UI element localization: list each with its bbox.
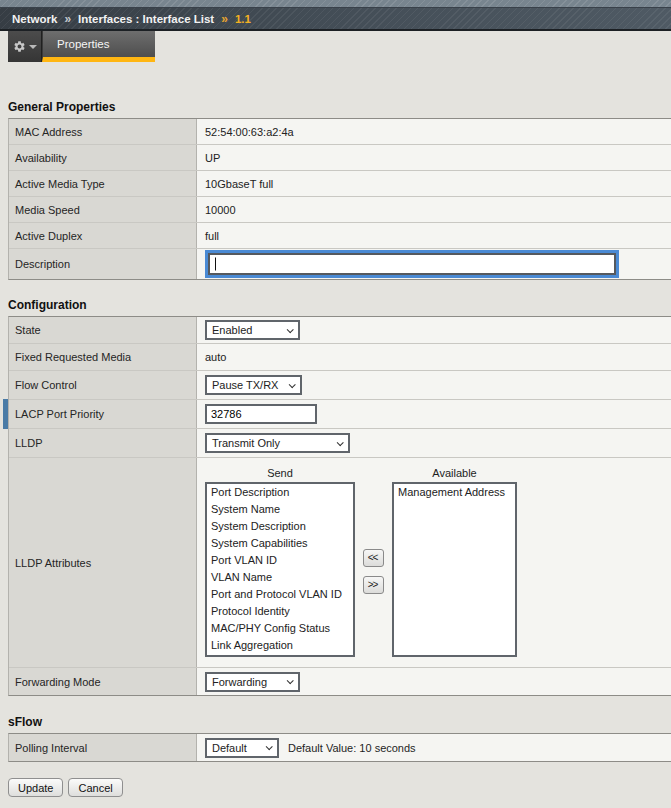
- flow-control-selected-value: Pause TX/RX: [212, 379, 278, 391]
- row-label: MAC Address: [9, 119, 197, 144]
- breadcrumb-current: 1.1: [235, 13, 251, 25]
- list-item[interactable]: MAC/PHY Config Status: [207, 620, 353, 637]
- configuration-table: State Enabled Fixed Requested Media auto…: [8, 316, 671, 696]
- row-label: Description: [9, 249, 197, 279]
- polling-interval-selected-value: Default: [212, 742, 247, 754]
- table-row: Forwarding Mode Forwarding: [9, 668, 671, 695]
- sflow-table: Polling Interval Default Default Value: …: [8, 733, 671, 762]
- media-speed-value: 10000: [197, 197, 671, 222]
- cancel-button[interactable]: Cancel: [68, 778, 122, 797]
- available-column: Available Management Address: [392, 467, 517, 657]
- row-label: Flow Control: [9, 371, 197, 399]
- table-row: Description: [9, 249, 671, 279]
- flow-control-select[interactable]: Pause TX/RX: [205, 375, 302, 395]
- row-label: LLDP Attributes: [9, 458, 197, 667]
- chevron-down-icon: [337, 439, 344, 446]
- chevron-down-icon: [266, 743, 273, 750]
- move-buttons: << >>: [363, 549, 384, 594]
- availability-value: UP: [197, 145, 671, 170]
- list-item[interactable]: System Name: [207, 501, 353, 518]
- polling-interval-note: Default Value: 10 seconds: [288, 742, 416, 754]
- lacp-port-priority-input[interactable]: [205, 404, 317, 424]
- send-listbox[interactable]: Port Description System Name System Desc…: [205, 482, 355, 657]
- text-caret: [215, 258, 216, 271]
- breadcrumb: Network » Interfaces : Interface List » …: [0, 8, 671, 31]
- description-cell: [197, 249, 671, 279]
- table-row: Availability UP: [9, 145, 671, 171]
- table-row: Active Duplex full: [9, 223, 671, 249]
- lldp-attributes-cell: Send Port Description System Name System…: [197, 458, 671, 667]
- table-row: MAC Address 52:54:00:63:a2:4a: [9, 119, 671, 145]
- list-item[interactable]: Protocol Identity: [207, 603, 353, 620]
- list-item[interactable]: Link Aggregation: [207, 637, 353, 654]
- row-label: Media Speed: [9, 197, 197, 222]
- breadcrumb-separator-icon: »: [64, 12, 71, 26]
- list-item[interactable]: Port and Protocol VLAN ID: [207, 586, 353, 603]
- available-listbox[interactable]: Management Address: [392, 482, 517, 657]
- list-item[interactable]: Port Description: [207, 484, 353, 501]
- top-stripe-band: [0, 0, 671, 8]
- move-to-send-button[interactable]: <<: [363, 549, 384, 567]
- tab-bar: Properties: [0, 31, 671, 62]
- active-duplex-value: full: [197, 223, 671, 248]
- send-column-header: Send: [205, 467, 355, 482]
- section-title-general-properties: General Properties: [8, 100, 671, 114]
- mac-address-value: 52:54:00:63:a2:4a: [197, 119, 671, 144]
- dual-listbox: Send Port Description System Name System…: [205, 458, 517, 667]
- gear-icon: [13, 40, 26, 53]
- forwarding-mode-select[interactable]: Forwarding: [205, 672, 300, 692]
- page-content: General Properties MAC Address 52:54:00:…: [0, 62, 671, 797]
- row-label: LACP Port Priority: [9, 400, 197, 428]
- settings-menu-button[interactable]: [8, 31, 42, 62]
- table-row: Polling Interval Default Default Value: …: [9, 734, 671, 761]
- section-title-sflow: sFlow: [8, 715, 671, 729]
- row-label: Active Media Type: [9, 171, 197, 196]
- breadcrumb-path[interactable]: Interfaces : Interface List: [78, 13, 214, 25]
- forwarding-mode-cell: Forwarding: [197, 668, 671, 695]
- table-row: LLDP Transmit Only: [9, 429, 671, 458]
- table-row: Media Speed 10000: [9, 197, 671, 223]
- list-item[interactable]: Port VLAN ID: [207, 552, 353, 569]
- table-row-modified: LACP Port Priority: [9, 400, 671, 429]
- chevron-down-icon: [289, 381, 296, 388]
- state-selected-value: Enabled: [212, 324, 252, 336]
- row-label: State: [9, 317, 197, 343]
- flow-control-cell: Pause TX/RX: [197, 371, 671, 399]
- active-media-type-value: 10GbaseT full: [197, 171, 671, 196]
- chevron-down-icon: [287, 326, 294, 333]
- polling-interval-select[interactable]: Default: [205, 738, 279, 758]
- table-row: State Enabled: [9, 317, 671, 344]
- state-cell: Enabled: [197, 317, 671, 343]
- row-label: Polling Interval: [9, 734, 197, 761]
- lacp-port-priority-cell: [197, 400, 671, 428]
- row-label: Availability: [9, 145, 197, 170]
- tab-properties[interactable]: Properties: [42, 31, 155, 62]
- row-label: Forwarding Mode: [9, 668, 197, 695]
- list-item[interactable]: System Capabilities: [207, 535, 353, 552]
- update-button[interactable]: Update: [8, 778, 63, 797]
- description-input[interactable]: [208, 253, 616, 275]
- forwarding-mode-selected-value: Forwarding: [212, 676, 267, 688]
- form-actions: Update Cancel: [8, 778, 671, 797]
- send-column: Send Port Description System Name System…: [205, 467, 355, 657]
- breadcrumb-separator-icon: »: [221, 12, 228, 26]
- table-row: LLDP Attributes Send Port Description Sy…: [9, 458, 671, 668]
- section-title-configuration: Configuration: [8, 298, 671, 312]
- state-select[interactable]: Enabled: [205, 320, 300, 340]
- lldp-cell: Transmit Only: [197, 429, 671, 457]
- move-to-available-button[interactable]: >>: [363, 576, 384, 594]
- table-row: Active Media Type 10GbaseT full: [9, 171, 671, 197]
- table-row: Flow Control Pause TX/RX: [9, 371, 671, 400]
- dropdown-arrow-icon: [29, 45, 37, 49]
- description-field-focus-ring: [205, 250, 619, 278]
- lldp-select[interactable]: Transmit Only: [205, 433, 350, 453]
- fixed-requested-media-value: auto: [197, 344, 671, 370]
- list-item[interactable]: Management Address: [394, 484, 515, 501]
- general-properties-table: MAC Address 52:54:00:63:a2:4a Availabili…: [8, 118, 671, 280]
- table-row: Fixed Requested Media auto: [9, 344, 671, 371]
- row-label: Fixed Requested Media: [9, 344, 197, 370]
- chevron-down-icon: [287, 677, 294, 684]
- list-item[interactable]: VLAN Name: [207, 569, 353, 586]
- list-item[interactable]: System Description: [207, 518, 353, 535]
- breadcrumb-section[interactable]: Network: [12, 13, 57, 25]
